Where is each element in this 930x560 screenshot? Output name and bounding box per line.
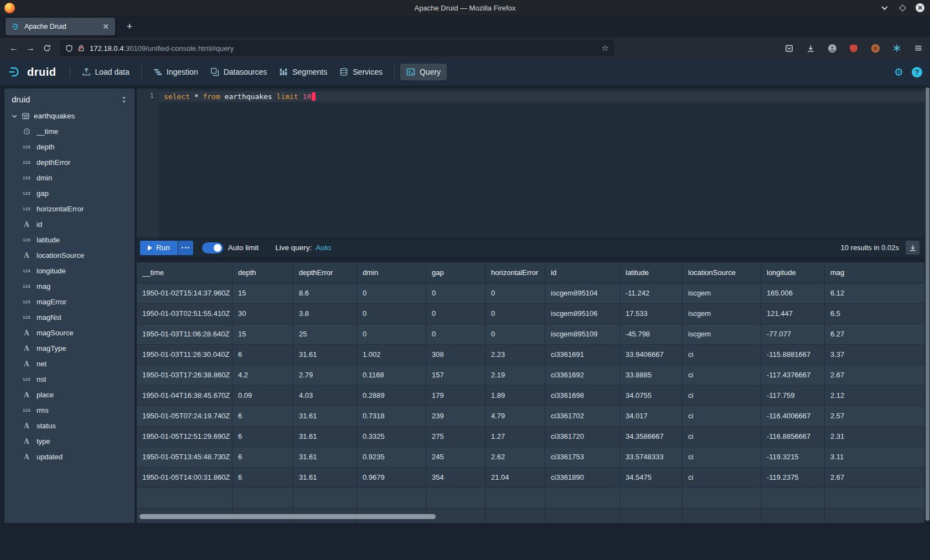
table-cell[interactable]: 6 (232, 427, 293, 447)
table-cell[interactable]: 3.11 (825, 447, 925, 468)
table-cell[interactable]: 121.447 (761, 304, 825, 324)
table-cell[interactable]: 2.19 (485, 365, 545, 386)
table-cell[interactable]: 33.8885 (620, 365, 683, 386)
table-cell[interactable]: iscgem (683, 324, 761, 345)
table-cell[interactable]: 6.12 (825, 283, 925, 304)
table-cell[interactable]: 0.1168 (357, 365, 426, 386)
table-cell[interactable]: 0 (357, 304, 426, 324)
sidebar-column-type[interactable]: Atype (4, 433, 135, 449)
column-header-dmin[interactable]: dmin (357, 262, 426, 283)
table-cell[interactable]: 1.27 (485, 427, 545, 447)
table-cell[interactable]: -119.3215 (761, 447, 825, 468)
table-cell[interactable]: 25 (293, 324, 357, 345)
table-cell[interactable]: 2.67 (825, 468, 925, 488)
table-cell[interactable]: 1950-01-05T13:45:48.730Z (137, 447, 232, 468)
table-cell[interactable]: ci3361702 (545, 406, 620, 427)
code-area[interactable]: select * from earthquakes limit 10 (159, 89, 925, 238)
window-maximize-button[interactable] (898, 3, 907, 12)
run-button[interactable]: Run (140, 241, 178, 255)
table-cell[interactable]: ci (683, 468, 761, 488)
window-shade-button[interactable] (880, 3, 889, 12)
table-cell[interactable]: 2.62 (485, 447, 545, 468)
column-header-gap[interactable]: gap (426, 262, 485, 283)
horizontal-scrollbar[interactable] (140, 514, 919, 519)
table-cell[interactable]: -45.798 (620, 324, 683, 345)
back-button[interactable]: ← (6, 40, 22, 56)
nav-services[interactable]: Services (333, 64, 389, 80)
table-cell[interactable]: 245 (426, 447, 485, 468)
table-cell[interactable]: 6 (232, 406, 293, 427)
sidebar-column-magType[interactable]: AmagType (4, 340, 135, 356)
sidebar-column-__time[interactable]: __time (4, 123, 135, 139)
help-button[interactable]: ? (912, 67, 922, 77)
table-cell[interactable]: -77.077 (761, 324, 825, 345)
tab-close-icon[interactable]: ✕ (101, 22, 111, 31)
menu-button[interactable] (912, 42, 924, 54)
bookmark-star-icon[interactable]: ☆ (602, 43, 609, 53)
table-cell[interactable]: 2.67 (825, 365, 925, 386)
live-query-value[interactable]: Auto (316, 243, 331, 252)
table-cell[interactable]: 2.31 (825, 427, 925, 447)
table-cell[interactable]: 0.3325 (357, 427, 426, 447)
table-cell[interactable]: 2.23 (485, 345, 545, 365)
table-cell[interactable]: 15 (232, 324, 293, 345)
sidebar-column-nst[interactable]: 123nst (4, 371, 135, 387)
table-cell[interactable]: 0 (357, 324, 426, 345)
column-header-mag[interactable]: mag (825, 262, 925, 283)
table-cell[interactable]: 0 (485, 283, 545, 304)
table-cell[interactable]: 1950-01-05T07:24:19.740Z (137, 406, 232, 427)
sidebar-column-longitude[interactable]: 123longitude (4, 263, 135, 278)
table-cell[interactable]: 3.8 (293, 304, 357, 324)
table-cell[interactable]: ci (683, 386, 761, 406)
table-cell[interactable]: 0 (357, 283, 426, 304)
table-cell[interactable]: iscgem895104 (545, 283, 620, 304)
ublock-extension-button[interactable] (848, 42, 860, 54)
table-cell[interactable]: 2.57 (825, 406, 925, 427)
table-cell[interactable]: -119.2375 (761, 468, 825, 488)
double-caret-icon[interactable] (120, 96, 128, 103)
table-cell[interactable]: 0.7318 (357, 406, 426, 427)
table-cell[interactable]: 0 (426, 324, 485, 345)
table-cell[interactable]: iscgem (683, 283, 761, 304)
nav-load-data[interactable]: Load data (76, 64, 136, 80)
table-tree-item[interactable]: earthquakes (4, 108, 135, 123)
table-cell[interactable]: 4.03 (293, 386, 357, 406)
sidebar-column-updated[interactable]: Aupdated (4, 449, 135, 464)
sidebar-column-depthError[interactable]: 123depthError (4, 154, 135, 170)
table-cell[interactable]: iscgem895106 (545, 304, 620, 324)
table-cell[interactable]: 354 (426, 468, 485, 488)
snowflake-extension-button[interactable] (891, 42, 903, 54)
table-cell[interactable]: -11.242 (620, 283, 683, 304)
table-cell[interactable]: 239 (426, 406, 485, 427)
auto-limit-toggle[interactable] (202, 242, 223, 253)
table-cell[interactable]: ci3361692 (545, 365, 620, 386)
table-cell[interactable]: ci3361691 (545, 345, 620, 365)
table-cell[interactable]: 33.5748333 (620, 447, 683, 468)
export-button[interactable] (906, 241, 919, 255)
table-cell[interactable]: 1950-01-02T15:14:37.960Z (137, 283, 232, 304)
column-header-longitude[interactable]: longitude (761, 262, 825, 283)
table-cell[interactable]: ci (683, 427, 761, 447)
table-cell[interactable]: 17.533 (620, 304, 683, 324)
table-cell[interactable]: 33.9406667 (620, 345, 683, 365)
sidebar-column-rms[interactable]: 123rms (4, 402, 135, 418)
table-cell[interactable]: 34.3586667 (620, 427, 683, 447)
druid-brand[interactable]: druid (8, 65, 56, 79)
column-header-id[interactable]: id (545, 262, 620, 283)
table-cell[interactable]: -117.759 (761, 386, 825, 406)
table-cell[interactable]: -116.4006667 (761, 406, 825, 427)
sidebar-column-depth[interactable]: 123depth (4, 139, 135, 154)
table-cell[interactable]: 0.09 (232, 386, 293, 406)
table-cell[interactable]: 8.6 (293, 283, 357, 304)
table-cell[interactable]: 30 (232, 304, 293, 324)
table-cell[interactable]: ci3361753 (545, 447, 620, 468)
table-cell[interactable]: 165.006 (761, 283, 825, 304)
table-cell[interactable]: ci (683, 406, 761, 427)
table-cell[interactable]: 0.9235 (357, 447, 426, 468)
table-cell[interactable]: 179 (426, 386, 485, 406)
table-cell[interactable]: 31.61 (293, 447, 357, 468)
table-cell[interactable]: -117.4376667 (761, 365, 825, 386)
table-cell[interactable]: 0.2889 (357, 386, 426, 406)
table-cell[interactable]: 0 (426, 304, 485, 324)
sidebar-column-dmin[interactable]: 123dmin (4, 170, 135, 185)
